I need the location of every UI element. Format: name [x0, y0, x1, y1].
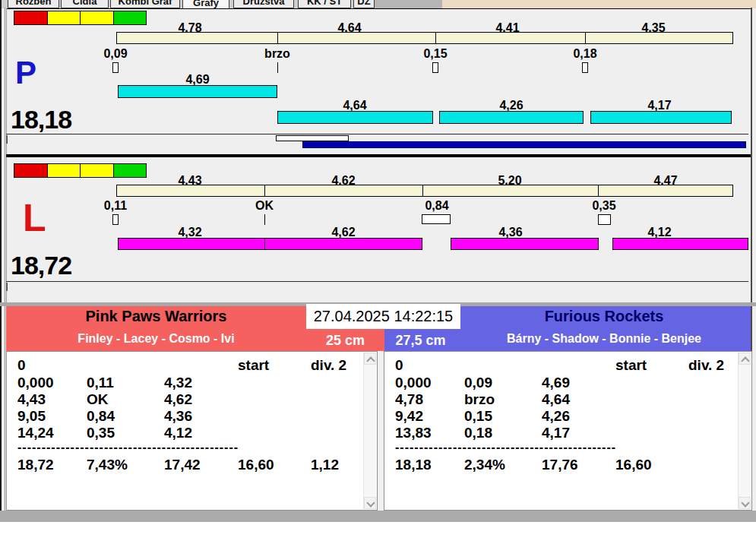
- scrollbar[interactable]: [363, 353, 376, 509]
- p-change-tick: [277, 62, 278, 73]
- tab-label: DZ: [357, 0, 370, 7]
- tab-label: Rozběh: [16, 0, 52, 7]
- tab-dz[interactable]: DZ: [353, 0, 375, 8]
- desktop-behind-window: [442, 0, 756, 8]
- traffic-green-cell: [114, 11, 147, 24]
- scroll-up-button[interactable]: [739, 353, 751, 365]
- lane-p-letter: P: [15, 55, 36, 91]
- l-dog-bar-pair: [118, 238, 422, 250]
- scrollbar[interactable]: [738, 353, 751, 509]
- table-cell: 0,09: [464, 375, 492, 391]
- table-cell: 0,15: [464, 408, 492, 425]
- tab-kk-st[interactable]: KK / ST: [298, 0, 351, 8]
- bottom-status-bar: [0, 511, 756, 522]
- table-cell: 4,17: [542, 425, 570, 441]
- chevron-up-icon: [741, 356, 749, 365]
- tab-kombi-graf[interactable]: Kombi Graf: [110, 0, 180, 8]
- team-left-name: Pink Paws Warriors: [6, 308, 306, 325]
- table-cell: 4,64: [542, 391, 570, 408]
- team-right-jump-height: 27,5 cm: [384, 333, 457, 349]
- total-cell: 2,34%: [464, 457, 505, 473]
- l-change-tick: [264, 214, 265, 225]
- tab-label: Kombi Graf: [119, 0, 172, 7]
- lane-l-traffic-light: [14, 163, 147, 178]
- l-change-mark: [598, 214, 611, 225]
- l-split-mark: 0,11: [85, 199, 146, 213]
- p-split-mark: 0,15: [405, 47, 466, 61]
- tab-label: KK / ST: [307, 0, 342, 7]
- tab-rozbeh[interactable]: Rozběh: [8, 0, 59, 8]
- total-cell: 1,12: [311, 457, 339, 473]
- table-cell: start: [238, 357, 269, 374]
- p-dog-bar: [118, 85, 277, 98]
- team-left-jump-height: 25 cm: [306, 333, 384, 349]
- chevron-up-icon: [366, 356, 375, 365]
- window-left-inner-border: [5, 8, 5, 522]
- table-cell: div. 2: [311, 357, 346, 374]
- left-edge-tick: [6, 283, 8, 291]
- p-split-mark: 0,18: [555, 47, 615, 61]
- team-right-results-table[interactable]: 0 start div. 2 0,000 0,09 4,69 4,78 brzo…: [384, 351, 752, 511]
- segment-divider: [422, 185, 423, 196]
- scroll-down-button[interactable]: [739, 497, 751, 509]
- table-cell: 4,36: [164, 408, 192, 425]
- table-cell: 4,69: [542, 375, 570, 391]
- total-cell: 7,43%: [87, 457, 128, 473]
- scroll-down-button[interactable]: [364, 497, 376, 509]
- p-split-mark: brzo: [247, 47, 308, 61]
- team-left-members: Finley - Lacey - Cosmo - Ivi: [6, 332, 306, 346]
- lane-l-total: 18,72: [11, 251, 71, 280]
- chevron-down-icon: [741, 498, 749, 507]
- team-right-name: Furious Rockets: [463, 308, 745, 325]
- table-cell: 0,11: [87, 375, 114, 391]
- tab-cidla[interactable]: Čidla: [61, 0, 109, 8]
- tab-label: Grafy: [193, 0, 219, 8]
- total-cell: 18,72: [17, 457, 54, 473]
- l-segment-bar: [116, 185, 733, 197]
- table-cell: 0,84: [87, 408, 115, 425]
- segment-divider: [435, 33, 436, 43]
- total-cell: 18,18: [395, 457, 432, 473]
- traffic-yellow-cell: [48, 164, 81, 177]
- total-cell: 16,60: [615, 457, 652, 473]
- table-cell: 4,78: [395, 391, 423, 408]
- lane-p-total: 18,18: [11, 105, 71, 134]
- l-change-mark: [112, 214, 119, 225]
- traffic-yellow-cell: [81, 11, 114, 24]
- table-cell: 0,35: [87, 425, 115, 441]
- segment-divider: [264, 185, 265, 196]
- table-cell: 4,62: [164, 391, 192, 408]
- p-dog-bar: [277, 111, 433, 124]
- segment-divider: [598, 185, 599, 196]
- left-edge-tick: [6, 135, 8, 144]
- p-progress-outline-bar: [276, 135, 349, 141]
- window-left-border: [0, 0, 2, 522]
- total-cell: 17,42: [164, 457, 201, 473]
- p-dog-bar: [590, 111, 732, 124]
- lane-p-traffic-light: [14, 11, 147, 25]
- table-cell: start: [615, 357, 647, 374]
- tab-grafy[interactable]: Grafy: [182, 0, 229, 8]
- table-cell: 4,43: [17, 391, 46, 408]
- team-left-results-table[interactable]: 0 start div. 2 0,000 0,11 4,32 4,43 OK 4…: [6, 351, 378, 511]
- lane-l-letter: L: [23, 196, 46, 240]
- p-dog-bar: [439, 111, 584, 124]
- traffic-red-cell: [14, 164, 48, 177]
- traffic-yellow-cell: [81, 164, 114, 177]
- tab-label: Čidla: [73, 0, 97, 7]
- timestamp: 27.04.2025 14:22:15: [306, 304, 460, 329]
- tab-label: Družstva: [243, 0, 285, 7]
- l-dog-bar: [451, 238, 599, 250]
- lane-l-baseline: [6, 281, 748, 282]
- tab-druzstva[interactable]: Družstva: [233, 0, 294, 8]
- table-cell: 0: [395, 357, 403, 374]
- table-cell: div. 2: [688, 357, 724, 374]
- table-cell: 0,000: [17, 375, 54, 391]
- table-cell: 0: [17, 357, 26, 374]
- segment-divider: [277, 33, 278, 43]
- team-right-members: Bárny - Shadow - Bonnie - Benjee: [463, 332, 745, 346]
- p-segment-bar: [116, 32, 733, 44]
- p-progress-bar: [302, 141, 746, 148]
- scroll-up-button[interactable]: [364, 353, 376, 365]
- table-cell: OK: [87, 391, 109, 408]
